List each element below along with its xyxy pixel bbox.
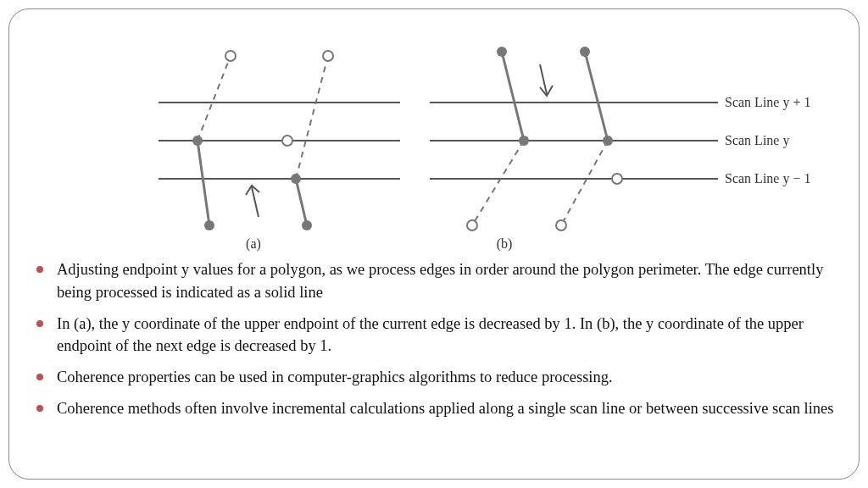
scan-label-mid: Scan Line y xyxy=(725,133,789,148)
panel-a-left-dashed xyxy=(198,56,231,141)
bullet-item: Adjusting endpoint y values for a polygo… xyxy=(53,258,837,304)
panel-b-right-dashed xyxy=(561,141,608,225)
panel-a-left-solid xyxy=(198,141,209,225)
panel-a-arrow-up xyxy=(246,186,259,217)
panel-b-left-bottom-open xyxy=(467,220,477,230)
bullet-item: Coherence methods often involve incremen… xyxy=(53,397,837,420)
panel-b-right-solid xyxy=(585,52,608,141)
panel-b-arrow-down xyxy=(540,64,553,96)
panel-a-left-top-open xyxy=(225,51,236,61)
panel-b-label: (b) xyxy=(497,236,513,252)
panel-a-right-dashed xyxy=(296,56,328,179)
panel-a-right-top-open xyxy=(323,51,333,61)
panel-b-left-dashed xyxy=(472,141,524,225)
scan-label-bot: Scan Line y − 1 xyxy=(725,171,810,186)
panel-a-right-mid-open xyxy=(282,136,292,146)
panel-a-label: (a) xyxy=(246,236,261,252)
figure-area: (a) xyxy=(31,18,837,255)
panel-b-right-bottom-open xyxy=(556,220,566,230)
bullet-list: Adjusting endpoint y values for a polygo… xyxy=(31,258,837,420)
panel-b-left-solid xyxy=(502,52,524,141)
panel-b-right-botscan-open xyxy=(612,174,622,184)
scan-label-top: Scan Line y + 1 xyxy=(725,95,810,110)
slide-frame: (a) xyxy=(8,8,860,480)
bullet-item: Coherence properties can be used in comp… xyxy=(53,366,837,389)
bullet-item: In (a), the y coordinate of the upper en… xyxy=(53,313,837,358)
panel-a-right-solid xyxy=(296,179,307,225)
scanline-figure: (a) xyxy=(31,18,837,255)
